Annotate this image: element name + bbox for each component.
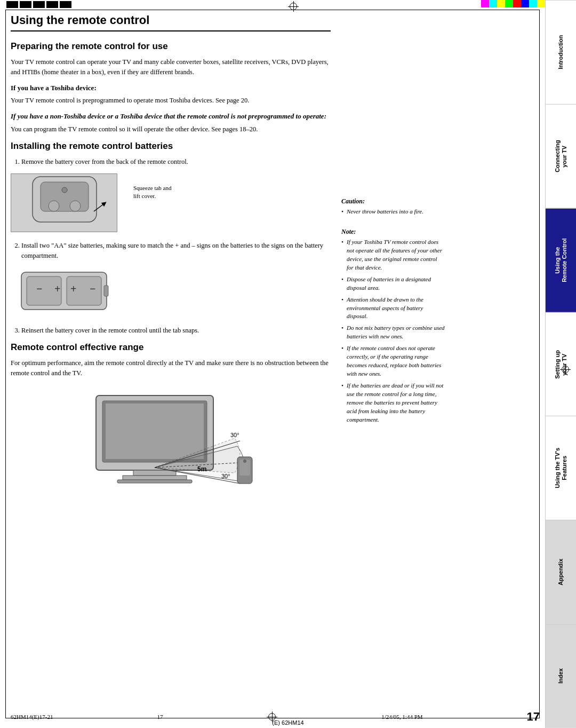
note-item-3: Attention should be drawn to the environ… xyxy=(341,296,445,321)
svg-text:+: + xyxy=(70,283,76,295)
toshiba-body: Your TV remote control is preprogrammed … xyxy=(11,96,331,106)
remote-top-illustration: Squeeze tab andlift cover. xyxy=(11,173,331,232)
svg-text:−: − xyxy=(90,283,95,295)
step-2: Install two "AA" size batteries, making … xyxy=(21,241,331,261)
svg-point-3 xyxy=(49,201,59,211)
sidebar-tab-connecting[interactable]: Connectingyour TV xyxy=(546,104,576,208)
installing-title: Installing the remote control batteries xyxy=(11,141,331,152)
svg-rect-19 xyxy=(117,480,192,483)
footer-left: 62HM14(E)17-21 xyxy=(11,714,53,720)
border-right xyxy=(539,10,540,718)
tv-range-svg: 30° 30° 5m xyxy=(80,385,261,497)
svg-text:30°: 30° xyxy=(230,432,239,438)
non-toshiba-subtitle: If you have a non-Toshiba device or a To… xyxy=(11,112,331,121)
installing-steps-2: Install two "AA" size batteries, making … xyxy=(21,241,331,261)
border-top xyxy=(5,10,540,10)
squeeze-label: Squeeze tab andlift cover. xyxy=(133,184,171,201)
page-number: 17 xyxy=(527,710,540,724)
svg-text:+: + xyxy=(54,283,60,295)
remote-top-svg xyxy=(11,173,117,232)
preparing-body: Your TV remote control can operate your … xyxy=(11,57,331,77)
svg-text:30°: 30° xyxy=(221,473,230,479)
footer-center: 17 xyxy=(157,714,163,720)
page-title: Using the remote control xyxy=(11,13,331,31)
non-toshiba-body: You can program the TV remote control so… xyxy=(11,124,331,134)
caution-item-1: Never throw batteries into a fire. xyxy=(341,208,445,216)
sidebar-tab-introduction[interactable]: Introduction xyxy=(546,0,576,104)
svg-rect-1 xyxy=(41,182,89,211)
installing-steps-3: Reinsert the battery cover in the remote… xyxy=(21,326,331,336)
svg-point-28 xyxy=(243,460,246,463)
note-list: If your Toshiba TV remote control does n… xyxy=(341,238,445,424)
installing-steps: Remove the battery cover from the back o… xyxy=(21,157,331,167)
sidebar-tab-appendix[interactable]: Appendix xyxy=(546,520,576,624)
note-item-1: If your Toshiba TV remote control does n… xyxy=(341,238,445,272)
note-item-4: Do not mix battery types or combine used… xyxy=(341,324,445,341)
svg-point-2 xyxy=(62,187,67,193)
caution-list: Never throw batteries into a fire. xyxy=(341,208,445,216)
sidebar-tab-tv-features[interactable]: Using the TV'sFeatures xyxy=(546,416,576,520)
main-content: Using the remote control Preparing the r… xyxy=(11,13,331,712)
top-registration-bars xyxy=(6,1,71,8)
border-left xyxy=(5,10,6,718)
note-item-6: If the batteries are dead or if you will… xyxy=(341,382,445,424)
color-bar xyxy=(481,0,545,7)
svg-rect-16 xyxy=(106,403,204,459)
effective-range-body: For optimum performance, aim the remote … xyxy=(11,358,331,378)
svg-rect-13 xyxy=(104,286,108,296)
bottom-subtitle: (E) 62HM14 xyxy=(272,719,303,726)
right-notes: Caution: Never throw batteries into a fi… xyxy=(341,197,445,428)
note-item-5: If the remote control does not operate c… xyxy=(341,344,445,378)
svg-text:−: − xyxy=(36,283,42,295)
step-1: Remove the battery cover from the back o… xyxy=(21,157,331,167)
sidebar-tab-remote-control[interactable]: Using theRemote Control xyxy=(546,208,576,312)
sidebar-tab-index[interactable]: Index xyxy=(546,624,576,728)
note-title: Note: xyxy=(341,228,445,236)
toshiba-subtitle: If you have a Toshiba device: xyxy=(11,84,331,92)
footer-right: 1/24/05, 1:44 PM xyxy=(381,714,422,720)
caution-title: Caution: xyxy=(341,197,445,205)
battery-svg: − − + + xyxy=(11,267,117,315)
svg-text:5m: 5m xyxy=(197,465,206,473)
preparing-title: Preparing the remote control for use xyxy=(11,41,331,52)
step-3: Reinsert the battery cover in the remote… xyxy=(21,326,331,336)
battery-illustration: − − + + xyxy=(11,267,331,317)
effective-range-title: Remote control effective range xyxy=(11,342,331,353)
note-item-2: Dispose of batteries in a designated dis… xyxy=(341,275,445,292)
svg-rect-18 xyxy=(123,476,187,480)
svg-point-4 xyxy=(70,201,81,211)
svg-rect-17 xyxy=(133,470,176,476)
